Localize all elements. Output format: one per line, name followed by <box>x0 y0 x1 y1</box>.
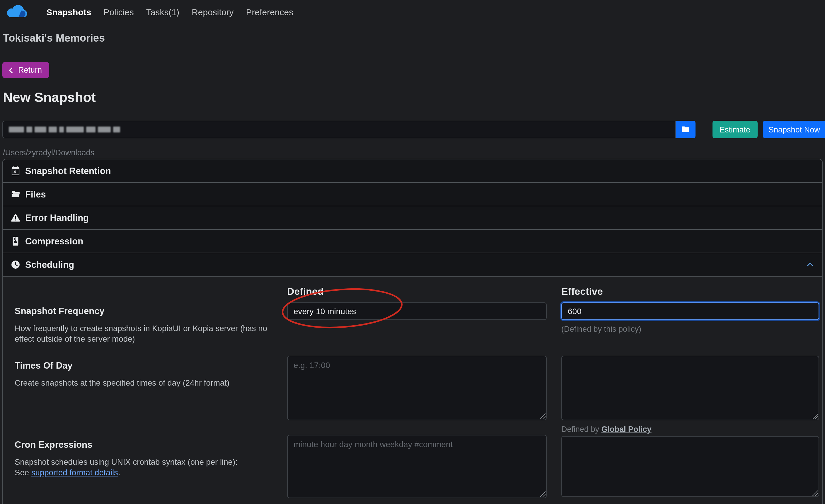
cron-defined-textarea[interactable] <box>287 435 547 498</box>
repository-title: Tokisaki's Memories <box>3 32 825 45</box>
section-label: Files <box>25 189 46 200</box>
redacted-path-text <box>9 127 120 133</box>
times-of-day-label: Times Of Day <box>15 360 270 371</box>
resolved-path-text: /Users/zyradyl/Downloads <box>3 148 825 157</box>
section-compression[interactable]: Compression <box>3 230 822 253</box>
nav-policies[interactable]: Policies <box>103 7 134 17</box>
note-prefix: Defined by <box>561 425 601 434</box>
frequency-effective-note: (Defined by this policy) <box>561 325 819 334</box>
global-policy-link[interactable]: Global Policy <box>601 425 652 434</box>
cron-label: Cron Expressions <box>15 439 270 450</box>
scheduling-panel: Defined Effective Snapshot Frequency How… <box>3 277 822 504</box>
section-label: Compression <box>25 236 83 246</box>
section-label: Snapshot Retention <box>25 165 111 176</box>
column-headers: Defined Effective <box>3 286 822 298</box>
calendar-x-icon <box>11 166 20 175</box>
defined-column-header: Defined <box>287 286 547 298</box>
cron-description-line1: Snapshot schedules using UNIX crontab sy… <box>15 458 238 466</box>
kopia-logo-icon <box>6 4 28 19</box>
cron-suffix: . <box>118 468 121 477</box>
estimate-button[interactable]: Estimate <box>712 121 757 138</box>
frequency-effective-input[interactable] <box>561 302 819 320</box>
times-of-day-effective-note: Defined by Global Policy <box>561 425 819 434</box>
file-archive-icon <box>11 237 20 245</box>
clock-icon <box>11 260 20 269</box>
policy-accordion: Snapshot Retention Files Error Handling … <box>2 159 823 504</box>
path-input-group <box>2 121 695 138</box>
frequency-label: Snapshot Frequency <box>15 306 270 316</box>
effective-column-header: Effective <box>561 286 819 298</box>
app-window: Snapshots Policies Tasks(1) Repository P… <box>0 0 825 504</box>
frequency-defined-input[interactable] <box>287 302 547 320</box>
folder-icon <box>681 125 690 134</box>
nav-snapshots[interactable]: Snapshots <box>46 7 91 17</box>
nav-repository[interactable]: Repository <box>192 7 233 17</box>
return-button-label: Return <box>18 66 42 74</box>
nav-tasks[interactable]: Tasks(1) <box>146 7 179 17</box>
policy-row-cron-expressions: Cron Expressions Snapshot schedules usin… <box>3 435 822 498</box>
section-label: Scheduling <box>25 259 74 270</box>
frequency-description: How frequently to create snapshots in Ko… <box>15 323 270 345</box>
times-of-day-description: Create snapshots at the specified times … <box>15 378 270 388</box>
section-label: Error Handling <box>25 212 89 223</box>
cron-description: Snapshot schedules using UNIX crontab sy… <box>15 457 270 478</box>
snapshot-path-row: Estimate Snapshot Now <box>2 121 825 138</box>
chevron-up-icon <box>806 261 814 269</box>
browse-folder-button[interactable] <box>676 121 695 138</box>
times-of-day-effective-textarea[interactable] <box>561 356 819 420</box>
return-button[interactable]: Return <box>2 62 49 78</box>
section-files[interactable]: Files <box>3 183 822 206</box>
cron-effective-textarea[interactable] <box>561 436 819 497</box>
warning-icon <box>11 213 20 222</box>
times-of-day-defined-textarea[interactable] <box>287 356 547 420</box>
nav-preferences[interactable]: Preferences <box>246 7 294 17</box>
policy-row-times-of-day: Times Of Day Create snapshots at the spe… <box>3 356 822 434</box>
navbar: Snapshots Policies Tasks(1) Repository P… <box>0 0 825 23</box>
policy-row-snapshot-frequency: Snapshot Frequency How frequently to cre… <box>3 302 822 345</box>
chevron-left-icon <box>8 67 15 74</box>
supported-format-details-link[interactable]: supported format details <box>31 468 118 477</box>
snapshot-now-button[interactable]: Snapshot Now <box>763 121 825 138</box>
cron-see-prefix: See <box>15 468 31 477</box>
section-error-handling[interactable]: Error Handling <box>3 206 822 230</box>
section-scheduling[interactable]: Scheduling <box>3 253 822 277</box>
folder-open-icon <box>11 190 20 199</box>
page-title: New Snapshot <box>3 90 825 105</box>
snapshot-path-input[interactable] <box>2 121 676 138</box>
section-snapshot-retention[interactable]: Snapshot Retention <box>3 159 822 183</box>
